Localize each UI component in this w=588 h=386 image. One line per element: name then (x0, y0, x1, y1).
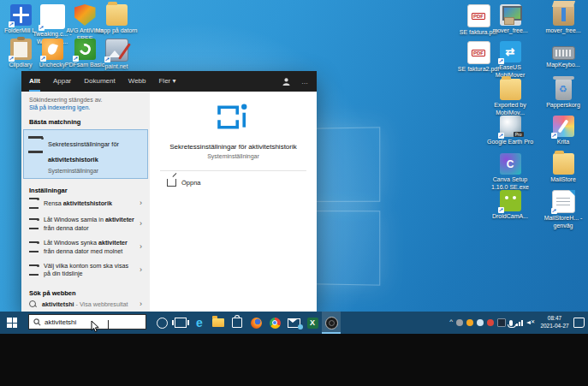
desktop-icon-mapkeyboard[interactable]: MapKeybo... (539, 41, 587, 69)
web-search-header: Sök på webben (21, 289, 150, 297)
start-button[interactable] (7, 318, 17, 328)
desktop-icon-droidcam[interactable]: ➚ DroidCamA... (486, 190, 534, 221)
chrome-icon (270, 318, 281, 329)
tab-apps[interactable]: Appar (53, 71, 71, 92)
activity-history-icon (29, 264, 39, 276)
desktop-icon-paintnet[interactable]: ➚ paint.net (92, 39, 140, 71)
paintnet-icon: ➚ (105, 39, 128, 62)
preview-title: Sekretessinställningar för aktivitetshis… (150, 143, 317, 151)
desktop-icon-label: MailStoreH... - genväg (539, 215, 587, 230)
shortcut-arrow-icon: ➚ (551, 133, 557, 139)
unchecky-icon: ➚ (42, 39, 63, 60)
desktop-icon-google-earth[interactable]: Pro➚ Google Earth Pro (486, 116, 534, 146)
taskbar-cortana-button[interactable] (152, 312, 171, 334)
desktop-icon-label: MailStore (539, 176, 587, 184)
taskbar-file-explorer-button[interactable] (209, 312, 228, 334)
activity-history-icon-large (215, 103, 252, 132)
desktop-icon-label: Papperskorg (539, 102, 587, 110)
taskbar-clock[interactable]: 08:47 2021-04-27 (537, 314, 573, 330)
tab-documents[interactable]: Dokument (84, 71, 115, 92)
result-label: Välj vilka konton som ska visas på din t… (44, 262, 134, 278)
taskbar-recorder-button[interactable] (322, 312, 341, 334)
result-web-search[interactable]: aktivitetshi - Visa webbresultat › (21, 297, 150, 312)
taskbar-mail-button[interactable] (284, 312, 303, 334)
tray-orange-icon[interactable] (466, 319, 473, 326)
search-results-pane: Sökindexering stängdes av. Slå på indexe… (21, 92, 150, 312)
options-icon[interactable]: … (301, 78, 308, 86)
chevron-right-icon: › (140, 199, 142, 207)
desktop-icon-mailstore-shortcut[interactable]: ➚ MailStoreH... - genväg (539, 190, 587, 230)
video-player-controls: 00:02 00:06 (0, 334, 588, 386)
open-label: Öppna (181, 179, 201, 187)
file-explorer-icon (212, 318, 224, 327)
desktop-icon-mapp[interactable]: Mapp på datorn (92, 4, 140, 35)
desktop-icon-mover-free-setup[interactable]: mover_free... (486, 4, 534, 35)
microphone-icon[interactable] (509, 320, 513, 326)
easeus-mobimover-icon: ⇄➚ (500, 41, 521, 62)
preview-subtitle: Systeminställningar (150, 153, 317, 159)
tab-all[interactable]: Allt (29, 71, 40, 92)
taskbar-chrome-button[interactable] (265, 312, 284, 334)
search-input[interactable] (45, 318, 130, 326)
installer-box-icon (553, 4, 574, 26)
mouse-cursor (91, 320, 100, 333)
taskbar-excel-button[interactable]: X (303, 312, 322, 334)
clock-time: 08:47 (537, 314, 573, 322)
keyboard-icon (552, 46, 575, 60)
pro-badge: Pro (514, 132, 524, 137)
result-clear-activity-history[interactable]: Rensa aktivitetshistorik › (21, 194, 150, 212)
pdf-badge: PDF (472, 50, 485, 56)
desktop-icon-recycle-bin[interactable]: Papperskorg (539, 79, 587, 110)
cortana-icon (157, 318, 168, 329)
tray-gear-icon[interactable] (456, 319, 463, 326)
desktop-icon-mover-free-box[interactable]: mover_free... (539, 4, 587, 35)
tray-red-icon[interactable] (487, 319, 494, 326)
mail-icon (288, 318, 300, 328)
desktop-icon-label: DroidCamA... (486, 213, 534, 221)
firefox-icon (251, 318, 262, 329)
desktop-icon-label: Krita (539, 139, 587, 146)
shortcut-arrow-icon: ➚ (104, 56, 110, 62)
indexing-link[interactable]: Slå på indexering igen. (21, 104, 150, 110)
activity-history-icon (29, 198, 39, 209)
pdf-badge: PDF (472, 13, 485, 20)
desktop-icon-canva-setup[interactable]: C Canva Setup 1.16.0 SE.exe (486, 153, 534, 192)
hidden-icons-chevron-icon[interactable]: ^ (449, 318, 453, 325)
droidcam-icon: ➚ (500, 190, 521, 211)
taskbar-firefox-button[interactable] (246, 312, 265, 334)
desktop-icon-mailstore[interactable]: MailStore (539, 153, 587, 184)
taskbar: e X ^ 08:47 2021-04-27 (0, 312, 588, 334)
feedback-icon[interactable] (282, 77, 291, 86)
canva-icon: C (500, 153, 521, 175)
result-choose-accounts[interactable]: Välj vilka konton som ska visas på din t… (21, 258, 150, 282)
tab-more-label: Fler (158, 77, 170, 85)
open-action[interactable]: Öppna (167, 179, 317, 187)
taskbar-search-box[interactable] (28, 314, 146, 330)
desktop-icon-label: Mapp på datorn (92, 27, 140, 35)
best-match-result[interactable]: Sekretessinställningar för aktivitetshis… (23, 129, 148, 179)
settings-header: Inställningar (21, 187, 150, 194)
shortcut-arrow-icon: ➚ (498, 207, 504, 213)
taskbar-edge-button[interactable]: e (190, 312, 209, 334)
network-icon[interactable] (516, 320, 523, 326)
tab-web[interactable]: Webb (128, 71, 146, 92)
tray-bluetooth-icon[interactable] (477, 319, 484, 326)
chevron-right-icon: › (140, 300, 142, 308)
desktop-icon-krita[interactable]: ➚ Krita (539, 116, 587, 146)
arrows-glyph: ⇄ (506, 45, 515, 58)
task-view-icon (175, 318, 187, 328)
tab-more[interactable]: Fler ▾ (158, 71, 175, 92)
action-center-icon[interactable] (573, 318, 585, 328)
screen: ➚ FolderMill L. ➚ Tweaking.c... - Window… (0, 0, 588, 386)
result-sync-activities[interactable]: Låt Windows synka aktiviteter från denna… (21, 235, 150, 258)
edge-icon: e (196, 317, 203, 329)
taskbar-store-button[interactable] (228, 312, 246, 334)
excel-icon: X (307, 318, 318, 329)
desktop-icon-exported-by-mobimover[interactable]: Exported by MobiMov... (486, 79, 534, 117)
result-collect-activities[interactable]: Låt Windows samla in aktiviteter från de… (21, 212, 150, 235)
search-preview-pane: Sekretessinställningar för aktivitetshis… (150, 92, 317, 312)
taskbar-task-view-button[interactable] (171, 312, 190, 334)
tray-app-icon[interactable] (497, 318, 506, 327)
desktop-icon-easeus-mobimover[interactable]: ⇄➚ EaseUS MobiMover (486, 41, 534, 80)
volume-muted-icon[interactable] (526, 319, 535, 326)
